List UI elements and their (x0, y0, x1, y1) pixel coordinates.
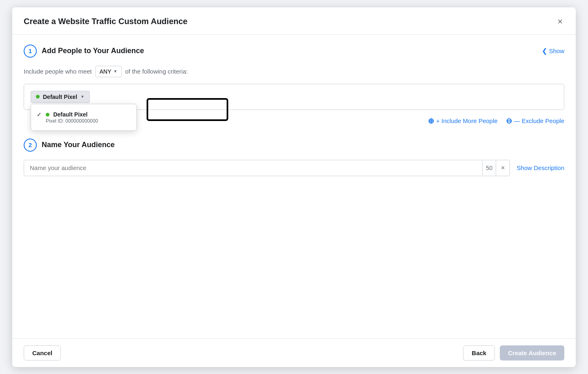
pixel-dot (36, 95, 40, 99)
audience-rule-box: Default Pixel ▼ ✓ Default Pixel Pixel ID… (24, 84, 564, 110)
pixel-selector-button[interactable]: Default Pixel ▼ (31, 91, 90, 103)
pixel-dropdown-arrow: ▼ (80, 94, 85, 99)
any-label: ANY (100, 68, 111, 75)
any-dropdown[interactable]: ANY ▼ (95, 66, 122, 77)
section-add-people: 1 Add People to Your Audience ❮ Show Inc… (24, 45, 564, 125)
criteria-prefix: Include people who meet (24, 68, 92, 75)
back-button[interactable]: Back (463, 345, 495, 361)
pixel-option-name: Default Pixel (53, 111, 87, 118)
show-link[interactable]: ❮ Show (542, 47, 564, 55)
close-button[interactable]: × (556, 16, 564, 28)
audience-name-input[interactable] (24, 160, 482, 175)
section2-title: Name Your Audience (42, 141, 115, 149)
section1-header: 1 Add People to Your Audience ❮ Show (24, 45, 564, 58)
exclude-people-label: — Exclude People (514, 117, 564, 124)
include-more-icon: ⊕ (428, 116, 434, 125)
modal-title: Create a Website Traffic Custom Audience (24, 17, 187, 26)
clear-name-button[interactable]: × (496, 160, 510, 176)
section-name-audience: 2 Name Your Audience 50 × Show Descripti… (24, 139, 564, 176)
footer-right: Back Create Audience (463, 345, 564, 361)
modal-body: 1 Add People to Your Audience ❮ Show Inc… (12, 35, 576, 338)
cancel-button[interactable]: Cancel (24, 345, 61, 361)
pixel-dropdown: ✓ Default Pixel Pixel ID: 000000000000 (31, 104, 137, 131)
criteria-suffix: of the following criteria: (125, 68, 187, 75)
pixel-selected-label: Default Pixel (43, 94, 77, 100)
modal-footer: Cancel Back Create Audience (12, 338, 576, 367)
any-dropdown-arrow: ▼ (114, 69, 118, 74)
pixel-selector-wrapper: Default Pixel ▼ ✓ Default Pixel Pixel ID… (31, 91, 90, 103)
pixel-option-info: Default Pixel Pixel ID: 000000000000 (46, 111, 98, 124)
name-input-wrapper: 50 × Show Description (24, 160, 564, 176)
show-description-link[interactable]: Show Description (517, 164, 564, 171)
pixel-option-default[interactable]: ✓ Default Pixel Pixel ID: 000000000000 (31, 107, 136, 128)
pixel-option-id: Pixel ID: 000000000000 (46, 118, 98, 124)
show-link-label: Show (549, 47, 564, 54)
pixel-option-dot (46, 113, 49, 116)
show-link-icon: ❮ (542, 47, 547, 55)
exclude-icon: ⊖ (506, 116, 512, 125)
section1-title: Add People to Your Audience (42, 47, 144, 55)
step1-circle: 1 (24, 45, 37, 58)
criteria-row: Include people who meet ANY ▼ of the fol… (24, 66, 564, 77)
modal: Create a Website Traffic Custom Audience… (12, 7, 576, 367)
modal-header: Create a Website Traffic Custom Audience… (12, 7, 576, 35)
include-more-people-link[interactable]: ⊕ + Include More People (428, 116, 498, 125)
include-more-label: + Include More People (436, 117, 498, 124)
create-audience-button[interactable]: Create Audience (500, 345, 564, 361)
step2-circle: 2 (24, 139, 37, 152)
char-count: 50 (482, 161, 496, 175)
section2-header: 2 Name Your Audience (24, 139, 564, 152)
check-mark: ✓ (37, 111, 42, 118)
name-input-row: 50 × (24, 160, 510, 176)
exclude-people-link[interactable]: ⊖ — Exclude People (506, 116, 564, 125)
